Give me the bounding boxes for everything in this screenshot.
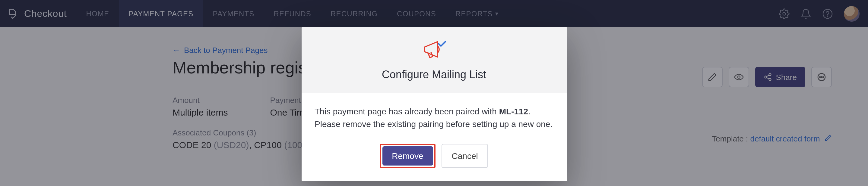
mailing-list-id: ML-112 <box>499 107 528 116</box>
remove-button[interactable]: Remove <box>382 146 433 165</box>
modal-footer: Remove Cancel <box>301 136 567 181</box>
modal-title: Configure Mailing List <box>313 69 555 81</box>
configure-mailing-list-modal: Configure Mailing List This payment page… <box>301 27 567 181</box>
remove-button-highlight: Remove <box>380 144 435 168</box>
megaphone-check-icon <box>421 38 447 61</box>
modal-header: Configure Mailing List <box>301 27 567 93</box>
modal-body: This payment page has already been paire… <box>301 93 567 136</box>
cancel-button[interactable]: Cancel <box>441 144 488 168</box>
modal-overlay[interactable]: Configure Mailing List This payment page… <box>0 0 868 186</box>
